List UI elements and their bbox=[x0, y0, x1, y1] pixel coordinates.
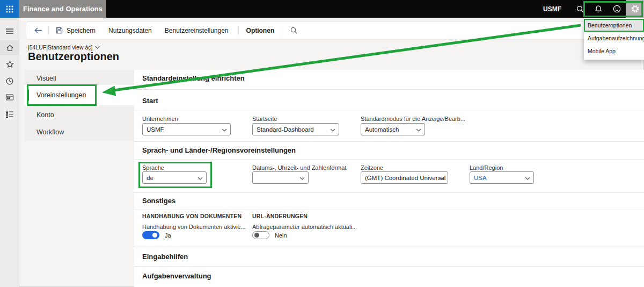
back-button[interactable] bbox=[34, 26, 43, 34]
save-button[interactable]: Speichern bbox=[55, 26, 96, 34]
divider bbox=[238, 26, 239, 35]
page-title: Benutzeroptionen bbox=[28, 51, 119, 63]
recent-button[interactable] bbox=[0, 74, 19, 89]
content-header: Standardeinstellung einrichten bbox=[142, 74, 245, 82]
search-icon bbox=[576, 5, 584, 13]
section-aufgabenverwaltung[interactable]: Aufgabenverwaltung bbox=[142, 272, 211, 280]
standardmodus-combobox[interactable]: Automatisch bbox=[361, 123, 425, 135]
chevron-down-icon bbox=[222, 128, 227, 132]
menu-item-aufgabenaufzeichnung[interactable]: Aufgabenaufzeichnung bbox=[584, 32, 644, 45]
chevron-down-icon bbox=[416, 128, 421, 132]
chevron-down-icon bbox=[95, 46, 100, 49]
sidebar-item-voreinstellungen[interactable]: Voreinstellungen bbox=[24, 85, 134, 105]
field-label: Sprache bbox=[142, 164, 164, 171]
company-picker[interactable]: USMF bbox=[543, 5, 561, 13]
sidebar-item-workflow[interactable]: Workflow bbox=[24, 126, 134, 139]
datumsformat-combobox[interactable] bbox=[252, 171, 309, 184]
url-toggle[interactable] bbox=[252, 231, 269, 239]
field-label: Startseite bbox=[252, 116, 277, 122]
divider bbox=[134, 159, 644, 160]
save-icon bbox=[55, 26, 63, 34]
chevron-down-icon bbox=[525, 177, 530, 180]
divider bbox=[134, 111, 644, 111]
url-toggle-row: Nein bbox=[252, 231, 287, 239]
field-label: Zeitzone bbox=[361, 164, 383, 171]
zeitzone-combobox[interactable]: (GMT) Coordinated Universal ... bbox=[361, 171, 448, 184]
group-heading: HANDHABUNG VON DOKUMENTEN bbox=[142, 213, 241, 219]
menu-item-benutzeroptionen[interactable]: Benutzeroptionen bbox=[584, 19, 644, 32]
land-region-combobox[interactable]: USA bbox=[470, 171, 534, 184]
section-eingabehilfen[interactable]: Eingabehilfen bbox=[142, 253, 188, 261]
section-start[interactable]: Start bbox=[142, 97, 158, 105]
unternehmen-combobox[interactable]: USMF bbox=[142, 123, 231, 135]
clock-icon bbox=[5, 77, 14, 85]
dokumente-toggle[interactable] bbox=[142, 231, 159, 239]
command-bar: Speichern Nutzungsdaten Benutzereinstell… bbox=[26, 21, 640, 39]
module-list-icon bbox=[5, 110, 14, 118]
field-label: Abfrageparameter automatisch aktuali... bbox=[252, 224, 357, 230]
chevron-down-icon bbox=[299, 177, 305, 180]
sidebar-item-visuell[interactable]: Visuell bbox=[24, 72, 134, 85]
startseite-combobox[interactable]: Standard-Dashboard bbox=[252, 123, 339, 135]
divider bbox=[134, 248, 644, 248]
view-selector[interactable]: |54LUF|Standard view áç] bbox=[28, 44, 100, 51]
toggle-state-label: Nein bbox=[275, 232, 287, 239]
settings-button[interactable] bbox=[626, 0, 644, 18]
field-label: Handhabung von Dokumenten aktivie... bbox=[142, 224, 246, 230]
combo-value: USMF bbox=[147, 126, 164, 133]
workspace-icon bbox=[5, 94, 14, 101]
workspaces-button[interactable] bbox=[0, 90, 19, 105]
section-sprache[interactable]: Sprach- und Länder-/Regionsvoreinstellun… bbox=[142, 146, 296, 154]
settings-menu: Benutzeroptionen Aufgabenaufzeichnung Mo… bbox=[584, 18, 644, 60]
search-icon bbox=[290, 26, 298, 34]
combo-value: USA bbox=[474, 175, 487, 181]
section-sonstiges[interactable]: Sonstiges bbox=[142, 197, 175, 205]
favorites-button[interactable] bbox=[0, 57, 19, 72]
chevron-down-icon bbox=[439, 177, 444, 180]
divider bbox=[134, 266, 644, 267]
combo-value: Automatisch bbox=[365, 126, 399, 133]
smiley-icon bbox=[612, 4, 621, 13]
options-tab[interactable]: Optionen bbox=[246, 27, 275, 34]
field-label: Unternehmen bbox=[142, 116, 178, 122]
sprache-combobox[interactable]: de bbox=[142, 171, 207, 184]
sidebar-item-konto[interactable]: Konto bbox=[24, 109, 134, 121]
user-settings-button[interactable]: Benutzereinstellungen bbox=[165, 27, 229, 34]
field-label: Standardmodus für die Anzeige/Bearb... bbox=[361, 116, 465, 122]
back-arrow-icon bbox=[34, 26, 43, 34]
field-label: Land/Region bbox=[470, 164, 503, 171]
search-button[interactable] bbox=[571, 0, 589, 18]
home-icon bbox=[5, 44, 14, 52]
group-heading: URL-ÄNDERUNGEN bbox=[252, 213, 308, 219]
selection-indicator bbox=[27, 89, 29, 101]
menu-item-mobile-app[interactable]: Mobile App bbox=[584, 45, 644, 58]
toggle-knob bbox=[254, 233, 259, 238]
waffle-icon bbox=[5, 5, 14, 13]
settings-nav-panel: Visuell Voreinstellungen Konto Workflow bbox=[24, 70, 134, 141]
combo-value: Standard-Dashboard bbox=[257, 126, 314, 133]
dokumente-toggle-row: Ja bbox=[142, 231, 171, 239]
chevron-down-icon bbox=[330, 128, 335, 132]
notifications-button[interactable] bbox=[589, 0, 608, 18]
divider bbox=[134, 210, 644, 210]
app-title-tab[interactable]: Finance and Operations bbox=[19, 0, 106, 18]
app-launcher-button[interactable] bbox=[0, 0, 19, 18]
bell-icon bbox=[594, 5, 603, 13]
hamburger-icon bbox=[5, 28, 14, 34]
feedback-button[interactable] bbox=[608, 0, 626, 18]
home-button[interactable] bbox=[0, 40, 19, 55]
settings-content: Standardeinstellung einrichten Start Unt… bbox=[134, 70, 644, 287]
divider bbox=[134, 141, 644, 142]
navigation-rail bbox=[0, 18, 19, 287]
top-navigation-bar: Finance and Operations USMF bbox=[0, 0, 644, 18]
divider bbox=[134, 89, 644, 90]
chevron-down-icon bbox=[197, 177, 203, 180]
toggle-state-label: Ja bbox=[165, 232, 171, 239]
expand-menu-button[interactable] bbox=[0, 24, 19, 39]
modules-button[interactable] bbox=[0, 106, 19, 121]
usage-data-button[interactable]: Nutzungsdaten bbox=[108, 27, 152, 34]
toggle-knob bbox=[152, 233, 157, 238]
command-bar-search-button[interactable] bbox=[290, 26, 298, 34]
save-label: Speichern bbox=[67, 27, 96, 34]
app-window: Finance and Operations USMF bbox=[0, 0, 644, 287]
